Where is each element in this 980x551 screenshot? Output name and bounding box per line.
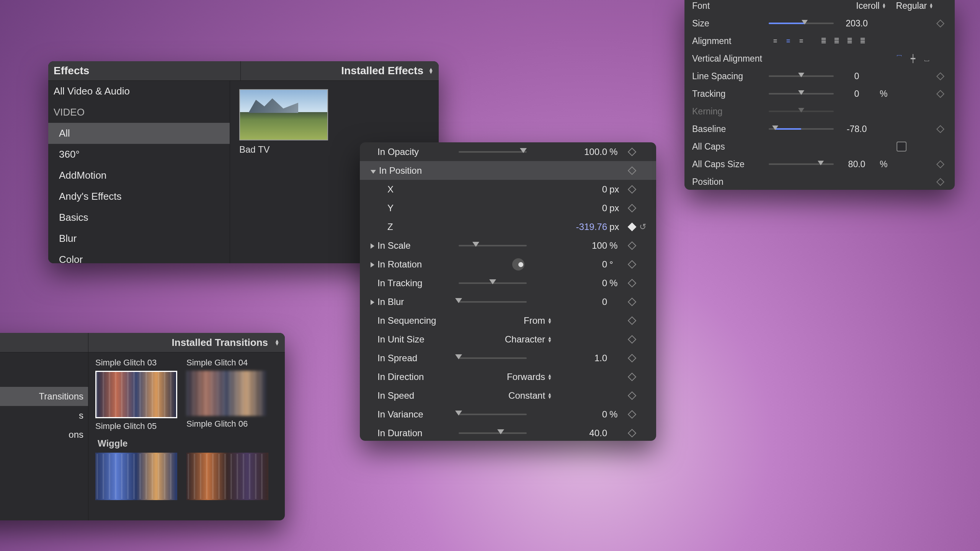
align-center-button[interactable]: ≡ xyxy=(782,36,795,46)
keyframe-icon[interactable] xyxy=(936,178,944,186)
keyframe-button[interactable] xyxy=(625,224,639,230)
slider[interactable] xyxy=(459,282,527,284)
allcaps-size-slider[interactable] xyxy=(769,163,834,165)
dropdown[interactable]: From▲▼ xyxy=(524,315,552,326)
property-row: In Opacity100.0% xyxy=(360,142,656,161)
sidebar-item[interactable]: Andy's Effects xyxy=(48,186,230,207)
transition-item[interactable]: Simple Glitch 06 xyxy=(186,371,268,431)
property-value[interactable]: 0 xyxy=(554,184,609,195)
size-value[interactable]: 203.0 xyxy=(834,18,880,29)
sidebar-item[interactable]: All xyxy=(48,123,230,144)
slider[interactable] xyxy=(459,301,527,303)
slider[interactable] xyxy=(459,245,527,246)
chevron-up-down-icon: ▲▼ xyxy=(547,374,552,380)
keyframe-icon[interactable] xyxy=(936,72,944,80)
keyframe-button[interactable] xyxy=(625,336,639,342)
font-family-dropdown[interactable]: Iceroll ▲▼ xyxy=(856,1,886,11)
sidebar-item[interactable]: AddMotion xyxy=(48,165,230,186)
keyframe-button[interactable] xyxy=(625,393,639,399)
slider[interactable] xyxy=(459,151,527,153)
transition-item[interactable] xyxy=(95,453,177,500)
font-row: Font Iceroll ▲▼ Regular ▲▼ xyxy=(684,0,955,15)
keyframe-button[interactable] xyxy=(625,280,639,286)
size-slider[interactable] xyxy=(769,23,834,24)
justify-full-button[interactable]: ≣ xyxy=(856,36,869,46)
sidebar-item[interactable]: Transitions xyxy=(0,387,88,406)
sidebar-item[interactable]: VIDEO xyxy=(48,102,230,123)
property-value[interactable]: 40.0 xyxy=(554,428,609,439)
align-left-button[interactable]: ≡ xyxy=(769,36,782,46)
keyframe-button[interactable] xyxy=(625,168,639,174)
sidebar-item[interactable]: All Video & Audio xyxy=(48,81,230,102)
dropdown[interactable]: Forwards▲▼ xyxy=(507,372,552,382)
valign-top-button[interactable]: ⎴ xyxy=(893,54,906,63)
disclosure-triangle-icon[interactable] xyxy=(371,243,374,249)
align-right-button[interactable]: ≡ xyxy=(795,36,808,46)
linespacing-slider[interactable] xyxy=(769,75,834,77)
sidebar-item[interactable]: Color xyxy=(48,249,230,263)
property-value[interactable]: 0 xyxy=(554,278,609,289)
position-row: Position xyxy=(684,173,955,190)
transition-item[interactable] xyxy=(186,453,268,500)
property-label: In Rotation xyxy=(371,259,459,270)
transition-item[interactable]: Simple Glitch 04 xyxy=(186,355,268,368)
transition-item[interactable]: Simple Glitch 05 xyxy=(95,371,177,431)
sidebar-item[interactable]: ons xyxy=(0,425,88,444)
sidebar-item[interactable]: s xyxy=(0,406,88,425)
property-value[interactable]: 100.0 xyxy=(554,147,609,157)
keyframe-button[interactable] xyxy=(625,374,639,380)
valign-middle-button[interactable]: ┿ xyxy=(906,54,920,63)
baseline-value[interactable]: -78.0 xyxy=(834,124,880,134)
sidebar-item[interactable]: 360° xyxy=(48,144,230,165)
sidebar-item[interactable]: Basics xyxy=(48,207,230,228)
keyframe-button[interactable] xyxy=(625,149,639,155)
justify-right-button[interactable]: ≣ xyxy=(843,36,856,46)
linespacing-value[interactable]: 0 xyxy=(834,71,880,82)
keyframe-button[interactable] xyxy=(625,205,639,211)
slider[interactable] xyxy=(459,432,527,434)
effect-item[interactable]: Bad TV xyxy=(239,89,328,155)
property-value[interactable]: 0 xyxy=(554,297,609,307)
slider[interactable] xyxy=(459,414,527,415)
sidebar-item[interactable]: Blur xyxy=(48,228,230,249)
dropdown[interactable]: Character▲▼ xyxy=(505,334,552,345)
keyframe-button[interactable] xyxy=(625,299,639,305)
dropdown[interactable]: Constant▲▼ xyxy=(508,390,552,401)
transitions-mode-dropdown[interactable]: Installed Transitions ▲▼ xyxy=(88,333,285,352)
disclosure-triangle-icon[interactable] xyxy=(371,300,374,305)
allcaps-checkbox[interactable] xyxy=(897,142,906,152)
keyframe-button[interactable] xyxy=(625,186,639,192)
disclosure-triangle-icon[interactable] xyxy=(371,262,374,267)
property-value[interactable]: 0 xyxy=(554,203,609,214)
keyframe-button[interactable] xyxy=(625,261,639,267)
allcaps-size-value[interactable]: 80.0 xyxy=(834,159,880,170)
keyframe-icon[interactable] xyxy=(936,19,944,27)
keyframe-button[interactable] xyxy=(625,243,639,249)
keyframe-button[interactable] xyxy=(625,318,639,324)
property-value[interactable]: 0 xyxy=(554,259,609,270)
font-style-dropdown[interactable]: Regular ▲▼ xyxy=(896,1,933,11)
keyframe-icon[interactable] xyxy=(936,125,944,133)
reset-button[interactable]: ↺ xyxy=(639,222,650,232)
tracking-value[interactable]: 0 xyxy=(834,89,880,99)
justify-left-button[interactable]: ≣ xyxy=(817,36,830,46)
property-value[interactable]: 100 xyxy=(554,240,609,251)
effects-mode-dropdown[interactable]: Installed Effects ▲▼ xyxy=(241,61,439,80)
baseline-slider[interactable] xyxy=(769,128,834,130)
keyframe-button[interactable] xyxy=(625,355,639,361)
transition-item[interactable]: Simple Glitch 03 xyxy=(95,355,177,368)
rotation-dial[interactable] xyxy=(512,258,524,271)
justify-center-button[interactable]: ≣ xyxy=(830,36,843,46)
keyframe-icon[interactable] xyxy=(936,90,944,98)
keyframe-icon[interactable] xyxy=(936,160,944,168)
slider[interactable] xyxy=(459,357,527,359)
keyframe-button[interactable] xyxy=(625,430,639,436)
valign-bottom-button[interactable]: ⎵ xyxy=(920,54,933,63)
keyframe-button[interactable] xyxy=(625,411,639,417)
property-value[interactable]: 1.0 xyxy=(554,353,609,364)
tracking-slider[interactable] xyxy=(769,93,834,95)
property-value[interactable]: -319.76 xyxy=(554,222,609,232)
property-value[interactable]: 0 xyxy=(554,409,609,420)
disclosure-triangle-icon[interactable] xyxy=(371,170,376,174)
transition-thumbnail xyxy=(186,453,268,500)
